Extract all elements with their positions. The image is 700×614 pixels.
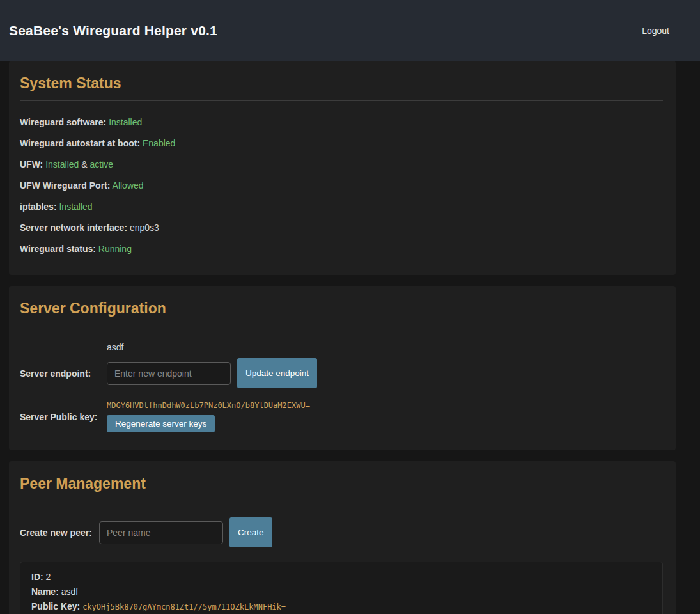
- create-peer-row: Create new peer: Create: [20, 517, 663, 547]
- peer-id-line: ID: 2: [31, 572, 651, 582]
- app-title: SeaBee's Wireguard Helper v0.1: [9, 23, 217, 38]
- current-endpoint-value: asdf: [107, 342, 317, 352]
- create-peer-button[interactable]: Create: [229, 517, 272, 547]
- peer-public-key-value: ckyOHj5Bk8707gAYmcn81Zt1//5ym711OZkLkMNF…: [82, 602, 286, 611]
- create-peer-controls: Create: [99, 517, 272, 547]
- status-row-wireguard-software: Wireguard software: Installed: [20, 117, 663, 127]
- status-row-wireguard-status: Wireguard status: Running: [20, 244, 663, 254]
- status-label: Wireguard status:: [20, 244, 96, 254]
- update-endpoint-button[interactable]: Update endpoint: [237, 358, 317, 388]
- peer-name-line: Name: asdf: [31, 586, 651, 597]
- status-value-secondary: active: [89, 159, 113, 169]
- status-value: Installed: [45, 159, 79, 169]
- status-separator: &: [81, 159, 87, 169]
- status-value: enp0s3: [130, 223, 159, 233]
- status-value: Installed: [59, 201, 92, 212]
- server-public-key-row: Server Public key: MDGY6HVDtfhnDdhW0zLb7…: [20, 401, 663, 432]
- status-row-network-interface: Server network interface: enp0s3: [20, 223, 663, 233]
- status-row-ufw: UFW: Installed & active: [20, 159, 663, 169]
- server-config-title: Server Configuration: [20, 300, 663, 317]
- status-row-ufw-port: UFW Wireguard Port: Allowed: [20, 180, 663, 191]
- server-public-key-content: MDGY6HVDtfhnDdhW0zLb7PNz0LXnO/b8YtDUaM2E…: [107, 401, 310, 432]
- status-row-autostart: Wireguard autostart at boot: Enabled: [20, 138, 663, 148]
- status-value: Allowed: [113, 180, 144, 191]
- status-value: Installed: [109, 117, 142, 127]
- peer-management-title: Peer Management: [20, 475, 663, 492]
- endpoint-controls: Update endpoint: [107, 358, 317, 388]
- system-status-title: System Status: [20, 75, 663, 92]
- peer-name-label: Name:: [31, 586, 59, 597]
- endpoint-input[interactable]: [107, 362, 231, 385]
- server-config-card: Server Configuration Server endpoint: as…: [9, 286, 676, 450]
- status-label: Server network interface:: [20, 223, 127, 233]
- status-value: Enabled: [143, 138, 175, 148]
- system-status-card: System Status Wireguard software: Instal…: [9, 61, 676, 275]
- peer-public-key-label: Public Key:: [31, 601, 80, 611]
- divider: [20, 100, 663, 101]
- peer-public-key-line: Public Key: ckyOHj5Bk8707gAYmcn81Zt1//5y…: [31, 601, 651, 611]
- status-label: Wireguard software:: [20, 117, 106, 127]
- status-value: Running: [98, 244, 132, 254]
- server-public-key-label: Server Public key:: [20, 412, 107, 422]
- peer-id-label: ID:: [31, 572, 43, 582]
- status-label: Wireguard autostart at boot:: [20, 138, 140, 148]
- app-header: SeaBee's Wireguard Helper v0.1 Logout: [0, 0, 700, 61]
- regenerate-keys-button[interactable]: Regenerate server keys: [107, 415, 215, 432]
- peer-id-value: 2: [46, 572, 51, 582]
- peer-card: ID: 2 Name: asdf Public Key: ckyOHj5Bk87…: [20, 562, 663, 614]
- server-public-key-value: MDGY6HVDtfhnDdhW0zLb7PNz0LXnO/b8YtDUaM2E…: [107, 401, 310, 410]
- status-row-iptables: iptables: Installed: [20, 201, 663, 212]
- divider: [20, 326, 663, 326]
- peer-name-input[interactable]: [99, 521, 223, 544]
- peer-name-value: asdf: [61, 586, 78, 597]
- create-peer-label: Create new peer:: [20, 528, 99, 538]
- divider: [20, 501, 663, 501]
- status-label: iptables:: [20, 201, 57, 212]
- status-label: UFW Wireguard Port:: [20, 180, 110, 191]
- server-endpoint-label: Server endpoint:: [20, 368, 107, 388]
- status-label: UFW:: [20, 159, 43, 169]
- logout-link[interactable]: Logout: [642, 26, 669, 36]
- server-endpoint-row: Server endpoint: asdf Update endpoint: [20, 342, 663, 388]
- peer-management-card: Peer Management Create new peer: Create …: [9, 461, 676, 614]
- server-endpoint-content: asdf Update endpoint: [107, 342, 317, 388]
